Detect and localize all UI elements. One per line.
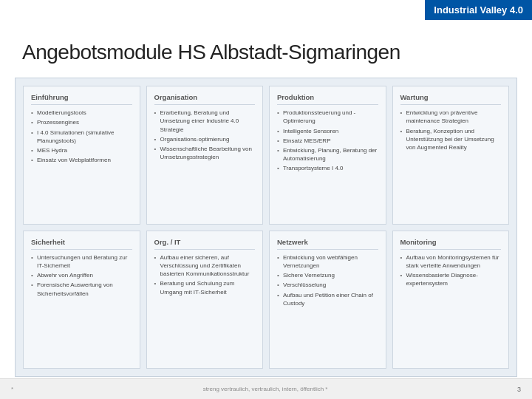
- list-item: Entwicklung, Planung, Beratung der Autom…: [277, 146, 378, 163]
- module-title-organisation: Organisation: [154, 92, 256, 105]
- module-card-netzwerk: NetzwerkEntwicklung von webfähigen Verne…: [269, 231, 386, 369]
- list-item: Erarbeitung, Beratung und Umsetzung eine…: [154, 109, 256, 134]
- footer-page: 3: [517, 386, 521, 393]
- list-item: Organisations-optimierung: [154, 135, 256, 143]
- module-card-einfuehrung: EinführungModellierungstoolsProzessengin…: [23, 86, 140, 225]
- list-item: Modellierungstools: [31, 109, 132, 117]
- list-item: Forensische Auswertung von Sicherheitsvo…: [31, 281, 132, 297]
- module-title-wartung: Wartung: [400, 92, 502, 105]
- module-card-organisation: OrganisationErarbeitung, Beratung und Um…: [146, 86, 264, 225]
- module-list-sicherheit: Untersuchungen und Beratung zur IT-Siche…: [31, 253, 132, 298]
- list-item: Produktionssteuerung und -Optimierung: [277, 109, 378, 125]
- list-item: Prozessengines: [31, 118, 132, 126]
- footer: * streng vertraulich, vertraulich, inter…: [0, 378, 532, 399]
- module-card-wartung: WartungEntwicklung von präventive mainte…: [392, 86, 510, 225]
- module-card-produktion: ProduktionProduktionssteuerung und -Opti…: [269, 86, 386, 225]
- module-list-netzwerk: Entwicklung von webfähigen VernetzungenS…: [277, 253, 378, 307]
- module-card-org-it: Org. / ITAufbau einer sicheren, auf Vers…: [146, 231, 264, 369]
- list-item: Aufbau von Monitoringsystemen für stark …: [400, 253, 502, 270]
- modules-grid: EinführungModellierungstoolsProzessengin…: [15, 78, 517, 377]
- module-card-sicherheit: SicherheitUntersuchungen und Beratung zu…: [23, 231, 140, 369]
- footer-left: *: [11, 386, 13, 392]
- list-item: Aufbau einer sicheren, auf Verschlüssung…: [154, 253, 256, 279]
- list-item: Wissensbasierte Diagnose-expertensystem: [400, 271, 502, 287]
- module-title-org-it: Org. / IT: [154, 237, 256, 250]
- list-item: Beratung und Schulung zum Umgang mit IT-…: [154, 279, 256, 296]
- module-list-org-it: Aufbau einer sicheren, auf Verschlüssung…: [154, 253, 256, 296]
- list-item: Untersuchungen und Beratung zur IT-Siche…: [31, 253, 132, 270]
- list-item: Abwehr von Angriffen: [31, 271, 132, 279]
- module-list-monitoring: Aufbau von Monitoringsystemen für stark …: [400, 253, 502, 288]
- list-item: Verschlüsselung: [277, 281, 378, 289]
- list-item: I 4.0 Simulationen (simulative Planungst…: [31, 129, 132, 145]
- list-item: Intelligente Sensoren: [277, 127, 378, 135]
- module-card-monitoring: MonitoringAufbau von Monitoringsystemen …: [392, 231, 510, 369]
- module-list-organisation: Erarbeitung, Beratung und Umsetzung eine…: [154, 109, 256, 161]
- list-item: Entwicklung von webfähigen Vernetzungen: [277, 253, 378, 270]
- module-title-monitoring: Monitoring: [400, 237, 502, 250]
- list-item: Einsatz MES/ERP: [277, 137, 378, 145]
- module-title-produktion: Produktion: [277, 92, 378, 105]
- module-list-wartung: Entwicklung von präventive maintenance S…: [400, 109, 502, 151]
- list-item: Beratung, Konzeption und Unterstützung b…: [400, 127, 502, 152]
- module-title-sicherheit: Sicherheit: [31, 237, 132, 250]
- module-title-einfuehrung: Einführung: [31, 92, 132, 105]
- list-item: Wissenschaftliche Bearbeitung von Umsetz…: [154, 145, 256, 161]
- module-list-einfuehrung: ModellierungstoolsProzessenginesI 4.0 Si…: [31, 109, 132, 164]
- list-item: Entwicklung von präventive maintenance S…: [400, 109, 502, 125]
- list-item: Transportsysteme I 4.0: [277, 164, 378, 172]
- list-item: Aufbau und Petition einer Chain of Custo…: [277, 291, 378, 307]
- module-list-produktion: Produktionssteuerung und -OptimierungInt…: [277, 109, 378, 172]
- list-item: Einsatz von Webplattformen: [31, 156, 132, 164]
- logo-badge: Industrial Valley 4.0: [425, 0, 532, 20]
- page-title: Angebotsmodule HS Albstadt-Sigmaringen: [22, 41, 400, 64]
- list-item: Sichere Vernetzung: [277, 271, 378, 279]
- footer-center: streng vertraulich, vertraulich, intern,…: [203, 386, 328, 392]
- list-item: MES Hydra: [31, 146, 132, 154]
- logo-text: Industrial Valley 4.0: [434, 4, 523, 16]
- module-title-netzwerk: Netzwerk: [277, 237, 378, 250]
